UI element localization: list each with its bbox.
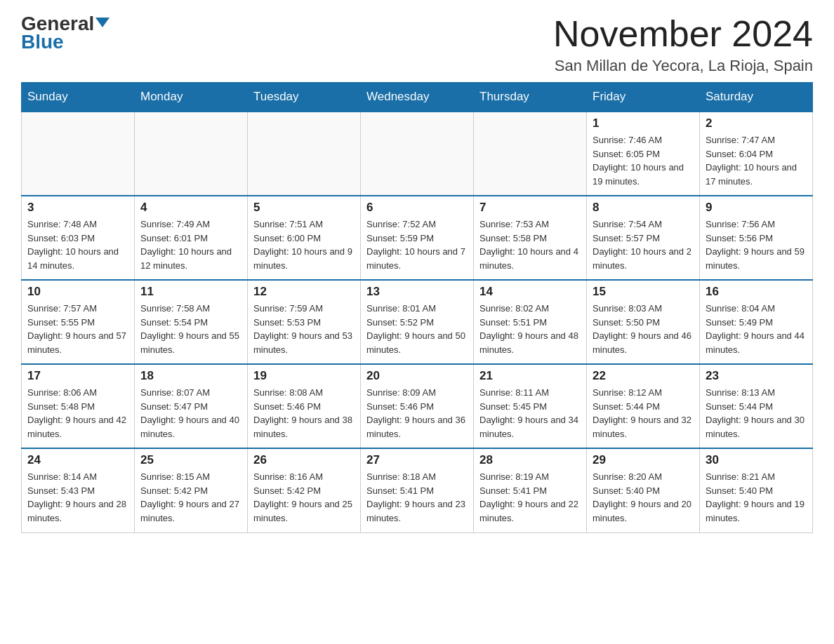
calendar-table: SundayMondayTuesdayWednesdayThursdayFrid…: [21, 82, 813, 533]
day-info: Sunrise: 7:46 AMSunset: 6:05 PMDaylight:…: [593, 133, 694, 188]
day-number: 13: [366, 285, 468, 299]
day-number: 23: [706, 369, 807, 383]
day-info: Sunrise: 8:15 AMSunset: 5:42 PMDaylight:…: [140, 470, 241, 525]
day-info: Sunrise: 7:52 AMSunset: 5:59 PMDaylight:…: [366, 217, 468, 272]
day-number: 25: [140, 453, 241, 467]
calendar-cell: 3Sunrise: 7:48 AMSunset: 6:03 PMDaylight…: [22, 196, 135, 280]
calendar-cell: 8Sunrise: 7:54 AMSunset: 5:57 PMDaylight…: [587, 196, 700, 280]
location-title: San Millan de Yecora, La Rioja, Spain: [553, 57, 813, 75]
calendar-cell: 24Sunrise: 8:14 AMSunset: 5:43 PMDayligh…: [22, 448, 135, 532]
day-info: Sunrise: 8:11 AMSunset: 5:45 PMDaylight:…: [479, 386, 581, 441]
calendar-cell: 20Sunrise: 8:09 AMSunset: 5:46 PMDayligh…: [361, 364, 474, 448]
day-info: Sunrise: 8:07 AMSunset: 5:47 PMDaylight:…: [140, 386, 241, 441]
day-number: 5: [253, 201, 355, 215]
day-info: Sunrise: 8:19 AMSunset: 5:41 PMDaylight:…: [479, 470, 581, 525]
day-number: 30: [706, 453, 807, 467]
calendar-cell: 16Sunrise: 8:04 AMSunset: 5:49 PMDayligh…: [700, 280, 813, 364]
calendar-cell: [474, 112, 587, 196]
day-info: Sunrise: 8:06 AMSunset: 5:48 PMDaylight:…: [27, 386, 128, 441]
weekday-header-thursday: Thursday: [474, 83, 587, 112]
calendar-cell: 5Sunrise: 7:51 AMSunset: 6:00 PMDaylight…: [248, 196, 361, 280]
day-number: 24: [27, 453, 128, 467]
calendar-cell: 14Sunrise: 8:02 AMSunset: 5:51 PMDayligh…: [474, 280, 587, 364]
calendar-cell: 21Sunrise: 8:11 AMSunset: 5:45 PMDayligh…: [474, 364, 587, 448]
day-number: 28: [479, 453, 581, 467]
title-section: November 2024 San Millan de Yecora, La R…: [553, 14, 813, 75]
day-info: Sunrise: 7:47 AMSunset: 6:04 PMDaylight:…: [706, 133, 807, 188]
day-info: Sunrise: 7:49 AMSunset: 6:01 PMDaylight:…: [140, 217, 241, 272]
day-number: 17: [27, 369, 128, 383]
calendar-cell: 22Sunrise: 8:12 AMSunset: 5:44 PMDayligh…: [587, 364, 700, 448]
week-row-3: 10Sunrise: 7:57 AMSunset: 5:55 PMDayligh…: [22, 280, 813, 364]
weekday-header-saturday: Saturday: [700, 83, 813, 112]
calendar-cell: 17Sunrise: 8:06 AMSunset: 5:48 PMDayligh…: [22, 364, 135, 448]
day-number: 29: [593, 453, 694, 467]
day-info: Sunrise: 8:04 AMSunset: 5:49 PMDaylight:…: [706, 302, 807, 356]
calendar-cell: 27Sunrise: 8:18 AMSunset: 5:41 PMDayligh…: [361, 448, 474, 532]
day-info: Sunrise: 8:16 AMSunset: 5:42 PMDaylight:…: [253, 470, 355, 525]
day-info: Sunrise: 7:53 AMSunset: 5:58 PMDaylight:…: [479, 217, 581, 272]
week-row-4: 17Sunrise: 8:06 AMSunset: 5:48 PMDayligh…: [22, 364, 813, 448]
day-info: Sunrise: 7:57 AMSunset: 5:55 PMDaylight:…: [27, 302, 128, 356]
calendar-cell: 15Sunrise: 8:03 AMSunset: 5:50 PMDayligh…: [587, 280, 700, 364]
weekday-header-sunday: Sunday: [22, 83, 135, 112]
day-info: Sunrise: 8:03 AMSunset: 5:50 PMDaylight:…: [593, 302, 694, 356]
day-number: 11: [140, 285, 241, 299]
day-number: 2: [706, 116, 807, 130]
day-info: Sunrise: 7:51 AMSunset: 6:00 PMDaylight:…: [253, 217, 355, 272]
day-number: 22: [593, 369, 694, 383]
day-info: Sunrise: 8:18 AMSunset: 5:41 PMDaylight:…: [366, 470, 468, 525]
day-info: Sunrise: 8:14 AMSunset: 5:43 PMDaylight:…: [27, 470, 128, 525]
calendar-cell: 26Sunrise: 8:16 AMSunset: 5:42 PMDayligh…: [248, 448, 361, 532]
weekday-header-row: SundayMondayTuesdayWednesdayThursdayFrid…: [22, 83, 813, 112]
day-info: Sunrise: 8:02 AMSunset: 5:51 PMDaylight:…: [479, 302, 581, 356]
logo-triangle-icon: [95, 18, 110, 27]
day-number: 16: [706, 285, 807, 299]
weekday-header-monday: Monday: [135, 83, 248, 112]
day-number: 1: [593, 116, 694, 130]
calendar-cell: [135, 112, 248, 196]
page-header: General Blue November 2024 San Millan de…: [21, 14, 813, 75]
weekday-header-friday: Friday: [587, 83, 700, 112]
calendar-cell: 11Sunrise: 7:58 AMSunset: 5:54 PMDayligh…: [135, 280, 248, 364]
day-info: Sunrise: 7:48 AMSunset: 6:03 PMDaylight:…: [27, 217, 128, 272]
calendar-cell: 2Sunrise: 7:47 AMSunset: 6:04 PMDaylight…: [700, 112, 813, 196]
day-number: 14: [479, 285, 581, 299]
calendar-cell: 12Sunrise: 7:59 AMSunset: 5:53 PMDayligh…: [248, 280, 361, 364]
calendar-cell: 23Sunrise: 8:13 AMSunset: 5:44 PMDayligh…: [700, 364, 813, 448]
calendar-cell: 25Sunrise: 8:15 AMSunset: 5:42 PMDayligh…: [135, 448, 248, 532]
day-info: Sunrise: 8:20 AMSunset: 5:40 PMDaylight:…: [593, 470, 694, 525]
calendar-cell: 7Sunrise: 7:53 AMSunset: 5:58 PMDaylight…: [474, 196, 587, 280]
week-row-5: 24Sunrise: 8:14 AMSunset: 5:43 PMDayligh…: [22, 448, 813, 532]
day-number: 4: [140, 201, 241, 215]
month-title: November 2024: [553, 14, 813, 54]
calendar-cell: 1Sunrise: 7:46 AMSunset: 6:05 PMDaylight…: [587, 112, 700, 196]
week-row-1: 1Sunrise: 7:46 AMSunset: 6:05 PMDaylight…: [22, 112, 813, 196]
calendar-cell: [22, 112, 135, 196]
day-number: 19: [253, 369, 355, 383]
weekday-header-tuesday: Tuesday: [248, 83, 361, 112]
day-number: 6: [366, 201, 468, 215]
day-number: 21: [479, 369, 581, 383]
day-info: Sunrise: 8:01 AMSunset: 5:52 PMDaylight:…: [366, 302, 468, 356]
calendar-cell: 18Sunrise: 8:07 AMSunset: 5:47 PMDayligh…: [135, 364, 248, 448]
calendar-cell: 6Sunrise: 7:52 AMSunset: 5:59 PMDaylight…: [361, 196, 474, 280]
day-info: Sunrise: 8:13 AMSunset: 5:44 PMDaylight:…: [706, 386, 807, 441]
day-number: 8: [593, 201, 694, 215]
calendar-cell: [361, 112, 474, 196]
calendar-cell: 29Sunrise: 8:20 AMSunset: 5:40 PMDayligh…: [587, 448, 700, 532]
calendar-cell: 10Sunrise: 7:57 AMSunset: 5:55 PMDayligh…: [22, 280, 135, 364]
day-number: 7: [479, 201, 581, 215]
day-number: 26: [253, 453, 355, 467]
calendar-cell: 9Sunrise: 7:56 AMSunset: 5:56 PMDaylight…: [700, 196, 813, 280]
day-number: 15: [593, 285, 694, 299]
day-number: 9: [706, 201, 807, 215]
logo-blue: Blue: [21, 31, 64, 53]
calendar-cell: 4Sunrise: 7:49 AMSunset: 6:01 PMDaylight…: [135, 196, 248, 280]
calendar-cell: 30Sunrise: 8:21 AMSunset: 5:40 PMDayligh…: [700, 448, 813, 532]
day-info: Sunrise: 7:54 AMSunset: 5:57 PMDaylight:…: [593, 217, 694, 272]
day-info: Sunrise: 8:08 AMSunset: 5:46 PMDaylight:…: [253, 386, 355, 441]
day-info: Sunrise: 8:12 AMSunset: 5:44 PMDaylight:…: [593, 386, 694, 441]
logo: General Blue: [21, 14, 110, 53]
day-info: Sunrise: 8:21 AMSunset: 5:40 PMDaylight:…: [706, 470, 807, 525]
